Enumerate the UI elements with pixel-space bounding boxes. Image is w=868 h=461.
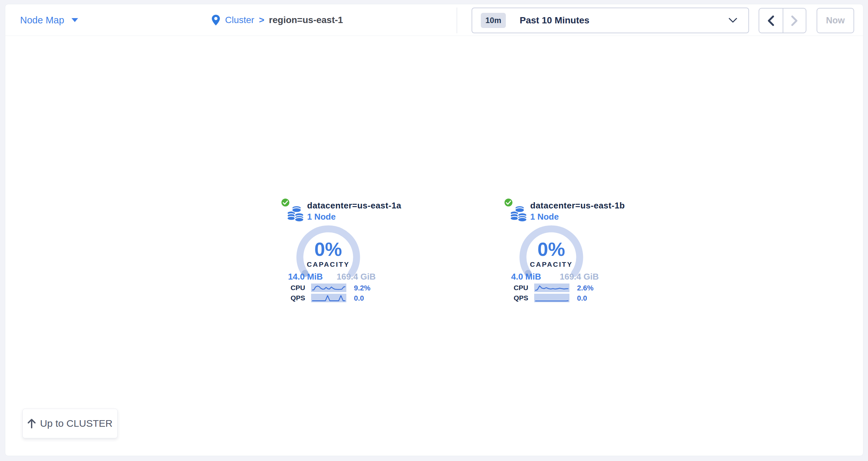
check-circle-icon	[504, 198, 513, 207]
cpu-sparkline	[534, 284, 569, 292]
view-selector-dropdown[interactable]: Node Map	[20, 4, 78, 36]
cpu-value: 9.2%	[354, 284, 370, 292]
cpu-metric-row: CPU 9.2%	[259, 284, 397, 292]
datacenter-group-us-east-1a[interactable]: datacenter=us-east-1a 1 Node 0% CAPACITY…	[259, 198, 397, 310]
database-stack-icon	[287, 204, 305, 222]
topbar: Node Map Cluster > region=us-east-1 10m …	[5, 4, 863, 36]
up-to-cluster-button[interactable]: Up to CLUSTER	[23, 409, 118, 438]
capacity-used: 14.0 MiB	[288, 272, 323, 282]
capacity-usage-row: 4.0 MiB 169.4 GiB	[511, 272, 599, 282]
qps-value: 0.0	[354, 294, 364, 303]
cpu-value: 2.6%	[577, 284, 593, 292]
cpu-metric-row: CPU 2.6%	[482, 284, 621, 292]
time-range-dropdown[interactable]: 10m Past 10 Minutes	[471, 7, 749, 33]
qps-label: QPS	[482, 294, 528, 302]
qps-sparkline	[534, 294, 569, 302]
breadcrumb-current: region=us-east-1	[269, 15, 343, 25]
time-prev-button[interactable]	[759, 8, 783, 33]
qps-value: 0.0	[577, 294, 587, 303]
content-card: Node Map Cluster > region=us-east-1 10m …	[5, 4, 863, 456]
time-range-badge: 10m	[481, 13, 506, 28]
qps-metric-row: QPS 0.0	[482, 294, 621, 302]
cpu-sparkline	[311, 284, 346, 292]
breadcrumb: Cluster > region=us-east-1	[211, 4, 343, 36]
breadcrumb-separator: >	[259, 15, 264, 25]
breadcrumb-cluster-link[interactable]: Cluster	[225, 15, 254, 25]
capacity-percent: 0%	[482, 238, 621, 260]
map-pin-icon	[211, 14, 220, 26]
chevron-right-icon	[790, 15, 799, 26]
arrow-up-icon	[27, 419, 36, 428]
time-nav-group	[758, 8, 806, 33]
database-stack-icon	[510, 204, 528, 222]
time-range-label: Past 10 Minutes	[520, 15, 590, 26]
chevron-left-icon	[767, 15, 775, 26]
capacity-label: CAPACITY	[259, 260, 397, 268]
check-circle-icon	[281, 198, 290, 207]
topbar-divider	[457, 7, 457, 33]
qps-metric-row: QPS 0.0	[259, 294, 397, 302]
time-next-button[interactable]	[783, 8, 806, 33]
capacity-total: 169.4 GiB	[337, 272, 376, 282]
capacity-used: 4.0 MiB	[511, 272, 541, 282]
capacity-label: CAPACITY	[482, 260, 621, 268]
qps-sparkline	[311, 294, 346, 302]
capacity-total: 169.4 GiB	[560, 272, 599, 282]
view-selector-label: Node Map	[20, 15, 64, 26]
capacity-usage-row: 14.0 MiB 169.4 GiB	[288, 272, 376, 282]
caret-down-icon	[71, 18, 78, 22]
up-to-cluster-label: Up to CLUSTER	[40, 418, 112, 429]
cpu-label: CPU	[259, 284, 305, 292]
capacity-percent: 0%	[259, 238, 397, 260]
cpu-label: CPU	[482, 284, 528, 292]
datacenter-group-us-east-1b[interactable]: datacenter=us-east-1b 1 Node 0% CAPACITY…	[482, 198, 621, 310]
now-button[interactable]: Now	[816, 8, 854, 33]
chevron-down-icon	[728, 18, 737, 23]
qps-label: QPS	[259, 294, 305, 302]
